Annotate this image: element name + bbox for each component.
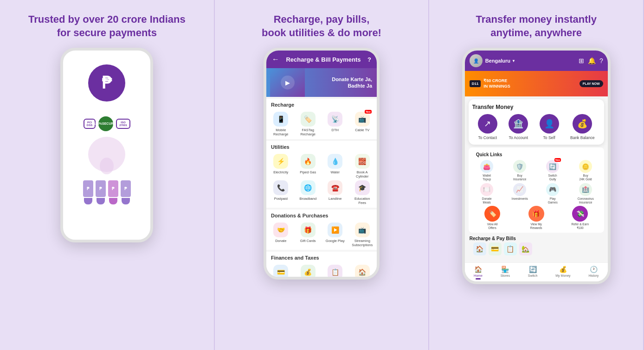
nav-switch[interactable]: 🔄 Switch [528,266,538,280]
view-my-rewards-item[interactable]: 🎁 View MyRewards [515,206,557,230]
google-play-icon: ▶️ [331,226,339,234]
water-item[interactable]: 💧 Water [322,154,348,178]
cable-tv-item[interactable]: 📺 New Cable TV [350,112,375,136]
panel-2-title: Recharge, pay bills, book utilities & do… [262,13,381,39]
view-my-rewards-circle: 🎁 [528,206,544,222]
dth-icon: 📡 [331,115,339,123]
postpaid-icon: 📞 [277,184,285,191]
streaming-item[interactable]: 📺 StreamingSubscriptions [350,223,375,247]
landline-icon: ☎️ [331,184,339,191]
switch-gully-circle: 🔄 New [546,160,559,173]
landline-item[interactable]: ☎️ Landline [322,180,348,205]
history-icon: 🕐 [590,266,598,273]
promo-banner[interactable]: ▶ Donate Karte Ja, Badhte Ja [266,68,377,97]
piped-gas-label: Piped Gas [300,170,316,174]
transfer-icons-row: ↗ To Contact 🏦 To Account 👤 To Self 💰 Ba… [472,114,600,140]
hand-phone-4: ₱ [121,180,131,204]
finance-3-item[interactable]: 📋 [322,265,348,277]
finance-1-item[interactable]: 💳 [268,265,294,277]
education-fees-item[interactable]: 🎓 EducationFees [350,180,375,205]
active-indicator [476,278,481,280]
nav-history-label: History [588,274,599,277]
iso-badge: ISO 27001 [116,119,130,129]
to-self-circle: 👤 [540,114,559,134]
donate-item[interactable]: 🤝 Donate [268,223,294,247]
gift-cards-label: Gift Cards [300,239,316,243]
recharge-icon-1[interactable]: 🏠 [473,242,486,255]
postpaid-item[interactable]: 📞 Postpaid [268,180,294,205]
piped-gas-icon: 🔥 [304,158,312,165]
to-account-item[interactable]: 🏦 To Account [509,114,528,140]
transfer-money-card: Transfer Money ↗ To Contact 🏦 To Account… [469,99,604,145]
fastag-item[interactable]: 🏷️ FASTagRecharge [296,112,321,136]
recharge-icon-4[interactable]: 🏡 [519,242,532,255]
play-button[interactable]: ▶ [281,76,295,89]
nav-home[interactable]: 🏠 Home [474,266,483,280]
to-contact-label: To Contact [478,135,497,140]
promo3-text: ₹50 CRORE IN WINNINGS [483,78,510,89]
avatar: 👤 [470,54,483,67]
buy-insurance-circle: 🛡️ [513,160,526,173]
mobile-recharge-item[interactable]: 📱 MobileRecharge [268,112,294,136]
nav-switch-label: Switch [528,274,538,277]
cable-tv-icon: 📺 [358,115,366,123]
to-self-item[interactable]: 👤 To Self [540,114,559,140]
electricity-label: Electricity [273,170,288,174]
header-left: 👤 Bengaluru ▼ [470,54,515,67]
view-all-offers-item[interactable]: 🏷️ View AllOffers [471,206,514,230]
electricity-item[interactable]: ⚡ Electricity [268,154,294,178]
grid-icon[interactable]: ⊞ [579,57,584,64]
donate-meals-item[interactable]: 🍽️ DonateMeals [471,183,502,204]
buy-gold-item[interactable]: 🪙 Buy24K Gold [570,160,601,181]
play-games-label: PlayGames [548,197,558,204]
bell-icon[interactable]: 🔔 [588,57,596,64]
quick-links-grid: 👛 WalletTopup 🛡️ BuyInsurance 🔄 New Swit… [471,160,601,204]
nav-my-money[interactable]: 💰 My Money [555,266,570,280]
nav-history[interactable]: 🕐 History [588,266,599,280]
play-now-button[interactable]: PLAY NOW [580,80,603,87]
buy-gold-circle: 🪙 [579,160,592,173]
piped-gas-item[interactable]: 🔥 Piped Gas [296,154,321,178]
cylinder-item[interactable]: 🧱 Book ACylinder [350,154,375,178]
mobile-recharge-icon: 📱 [277,115,285,123]
corona-insurance-item[interactable]: 🏥 CoronavirusInsurance [570,183,601,204]
buy-insurance-item[interactable]: 🛡️ BuyInsurance [504,160,535,181]
nav-stores[interactable]: 🏪 Stores [501,266,510,280]
dth-item[interactable]: 📡 DTH [322,112,348,136]
quick-links-card: Quick Links 👛 WalletTopup 🛡️ BuyInsuranc… [469,147,604,233]
finances-section-title: Finances and Taxes [266,252,377,262]
back-icon[interactable]: ← [272,55,279,64]
gift-cards-item[interactable]: 🎁 Gift Cards [296,223,321,247]
dth-label: DTH [332,128,339,132]
bottom-nav: 🏠 Home 🏪 Stores 🔄 Switch 💰 My Money 🕐 Hi… [465,262,608,281]
switch-gully-item[interactable]: 🔄 New SwitchGully [537,160,568,181]
view-all-offers-label: View AllOffers [487,223,498,230]
play-games-item[interactable]: 🎮 PlayGames [537,183,568,204]
finance-2-item[interactable]: 💰 [296,265,321,277]
google-play-item[interactable]: ▶️ Google Play [322,223,348,247]
finance-4-item[interactable]: 🏠 [350,265,375,277]
to-contact-item[interactable]: ↗ To Contact [478,114,497,140]
water-icon: 💧 [331,158,339,165]
recharge-pay-bills-section: Recharge & Pay Bills 🏠 💳 📋 🏡 [465,235,608,258]
help-icon[interactable]: ? [367,56,371,63]
donate-meals-circle: 🍽️ [480,183,493,196]
recharge-icon-2[interactable]: 💳 [489,242,502,255]
phone-mockup-1: ₱ PCI DSS 100% SECURED ISO 27001 [60,48,153,242]
phone2-header: ← Recharge & Bill Payments ? [266,51,377,68]
dream11-promo-banner[interactable]: D11 ₹50 CRORE IN WINNINGS PLAY NOW [465,71,608,96]
fastag-icon: 🏷️ [304,115,312,123]
phone-mockup-2: ← Recharge & Bill Payments ? ▶ Donate Ka… [264,48,380,280]
investments-item[interactable]: 📈 Investments [504,183,535,204]
refer-earn-item[interactable]: 💸 Refer & Earn₹100 [559,206,601,230]
recharge-icon-3[interactable]: 📋 [504,242,517,255]
location-label[interactable]: Bengaluru ▼ [485,58,515,64]
investments-circle: 📈 [513,183,526,196]
india-map [77,136,137,179]
hands-phones: ₱ ₱ ₱ ₱ [83,180,131,204]
bank-balance-item[interactable]: 💰 Bank Balance [570,114,594,140]
panel-1: Trusted by over 20 crore Indians for sec… [0,0,215,350]
broadband-item[interactable]: 🌐 Broadband [296,180,321,205]
question-icon[interactable]: ? [599,57,603,64]
wallet-topup-item[interactable]: 👛 WalletTopup [471,160,502,181]
